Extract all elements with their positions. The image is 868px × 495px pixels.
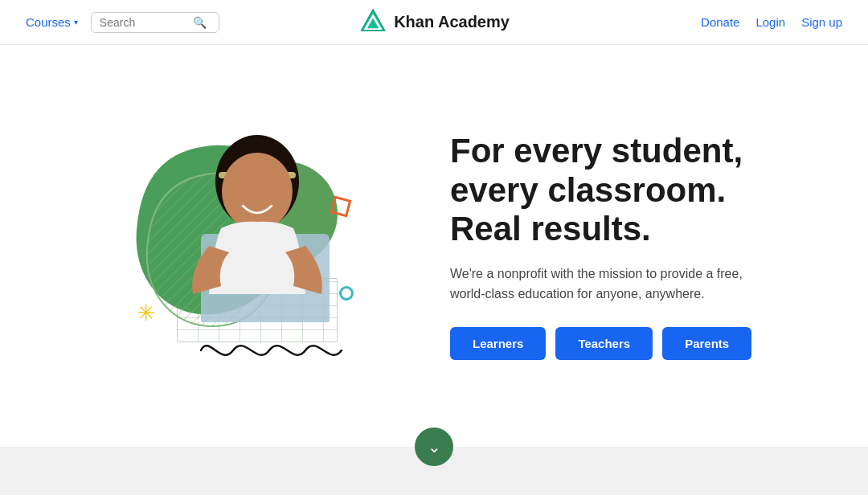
teachers-button[interactable]: Teachers xyxy=(555,327,653,360)
search-bar: 🔍 xyxy=(91,12,219,33)
donate-link[interactable]: Donate xyxy=(701,15,739,29)
login-link[interactable]: Login xyxy=(755,15,785,29)
nav-left: Courses ▾ 🔍 xyxy=(26,12,219,33)
scribble-decoration xyxy=(193,326,354,374)
girl-figure xyxy=(177,133,338,350)
hero-subtext: We're a nonprofit with the mission to pr… xyxy=(450,264,772,305)
hero-heading-line1: For every student, xyxy=(450,132,743,170)
hero-content: For every student, every classroom. Real… xyxy=(450,132,772,359)
signup-link[interactable]: Sign up xyxy=(801,15,842,29)
courses-menu-button[interactable]: Courses ▾ xyxy=(26,15,78,29)
search-icon: 🔍 xyxy=(193,16,207,29)
navbar: Courses ▾ 🔍 Khan Academy Donate Login Si… xyxy=(0,0,868,45)
logo-link[interactable]: Khan Academy xyxy=(358,8,510,37)
nav-right: Donate Login Sign up xyxy=(701,15,842,29)
logo-icon xyxy=(358,8,387,37)
search-input[interactable] xyxy=(100,16,188,29)
scroll-down-button[interactable]: ⌄ xyxy=(415,428,453,466)
bottom-bar: ⌄ xyxy=(0,447,868,495)
hero-heading: For every student, every classroom. Real… xyxy=(450,132,772,248)
hero-section: ✳ For every student, xyxy=(0,45,868,447)
parents-button[interactable]: Parents xyxy=(662,327,751,360)
chevron-down-icon: ⌄ xyxy=(428,437,441,456)
svg-point-7 xyxy=(222,153,293,230)
teal-circle-decoration xyxy=(339,286,354,301)
hero-illustration: ✳ xyxy=(96,93,402,399)
cta-buttons: Learners Teachers Parents xyxy=(450,327,772,360)
hero-heading-line3: Real results. xyxy=(450,210,651,248)
courses-label: Courses xyxy=(26,15,71,29)
learners-button[interactable]: Learners xyxy=(450,327,546,360)
logo-text: Khan Academy xyxy=(394,13,510,31)
chevron-down-icon: ▾ xyxy=(74,18,78,27)
hero-heading-line2: every classroom. xyxy=(450,171,726,209)
yellow-star-decoration: ✳ xyxy=(137,302,155,325)
